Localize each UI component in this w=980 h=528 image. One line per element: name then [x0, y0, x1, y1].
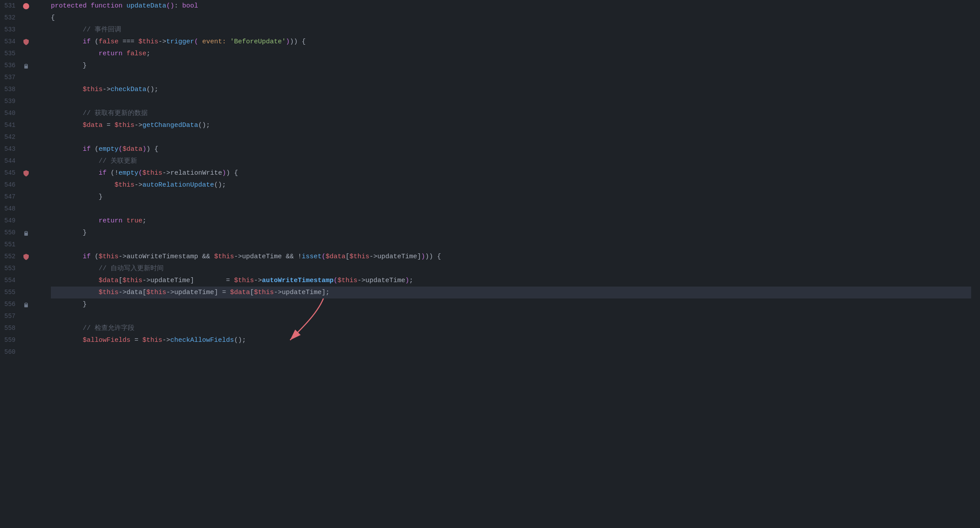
code-line	[51, 203, 971, 215]
editor-container: 5315325335345355365375385395405415425435…	[0, 0, 980, 528]
line-number: 534	[0, 36, 20, 48]
code-line: $this->autoRelationUpdate();	[51, 179, 971, 191]
code-line: if ($this->autoWriteTimestamp && $this->…	[51, 251, 971, 263]
gutter-row: 538	[0, 84, 41, 96]
code-line: $allowFields = $this->checkAllowFields()…	[51, 334, 971, 346]
gutter-row: 537	[0, 72, 41, 84]
gutter-row: 531	[0, 0, 41, 12]
gutter-row: 544	[0, 155, 41, 167]
code-line	[51, 310, 971, 322]
code-line: // 检查允许字段	[51, 322, 971, 334]
gutter-row: 542	[0, 131, 41, 143]
gutter-row: 533	[0, 24, 41, 36]
line-number: 536	[0, 60, 20, 72]
code-line: return false;	[51, 48, 971, 60]
gutter-row: 549	[0, 215, 41, 227]
code-line: }	[51, 298, 971, 310]
line-number: 544	[0, 155, 20, 167]
line-number: 555	[0, 287, 20, 298]
code-line	[51, 239, 971, 251]
gutter-row: 539	[0, 96, 41, 107]
line-number: 532	[0, 12, 20, 24]
gutter-row: 551	[0, 239, 41, 251]
breakpoint-area[interactable]	[20, 38, 32, 46]
code-area[interactable]: protected function updateData(): bool{ /…	[44, 0, 980, 528]
gutter-row: 535	[0, 48, 41, 60]
line-number: 547	[0, 191, 20, 203]
shield-icon[interactable]	[23, 170, 30, 177]
breakpoint-area[interactable]	[20, 253, 32, 260]
shield-icon[interactable]	[23, 38, 30, 46]
line-number: 559	[0, 334, 20, 346]
code-line: // 关联更新	[51, 155, 971, 167]
code-line: $this->data[$this->updateTime] = $data[$…	[51, 287, 971, 298]
breakpoint-dot[interactable]	[23, 3, 29, 9]
line-number: 558	[0, 322, 20, 334]
gutter-row: 556	[0, 298, 41, 310]
gutter-row: 554	[0, 275, 41, 287]
line-number: 538	[0, 84, 20, 96]
gutter-row: 541	[0, 119, 41, 131]
line-number: 539	[0, 96, 20, 107]
line-number: 541	[0, 119, 20, 131]
code-line: $this->checkData();	[51, 84, 971, 96]
line-number: 542	[0, 131, 20, 143]
lock-icon[interactable]	[23, 62, 30, 69]
code-line: // 自动写入更新时间	[51, 263, 971, 275]
gutter-row: 532	[0, 12, 41, 24]
lock-icon[interactable]	[23, 301, 30, 308]
shield-icon[interactable]	[23, 253, 30, 260]
gutter-row: 560	[0, 346, 41, 358]
svg-rect-2	[24, 304, 28, 307]
code-line: $data[$this->updateTime] = $this->autoWr…	[51, 275, 971, 287]
line-number: 540	[0, 107, 20, 119]
line-number: 548	[0, 203, 20, 215]
breakpoint-area[interactable]	[20, 301, 32, 308]
gutter-row: 559	[0, 334, 41, 346]
gutter-row: 558	[0, 322, 41, 334]
code-line	[51, 346, 971, 358]
code-line: if (empty($data)) {	[51, 143, 971, 155]
gutter-row: 547	[0, 191, 41, 203]
code-line: if (false === $this->trigger( event: 'Be…	[51, 36, 971, 48]
gutter-row: 550	[0, 227, 41, 239]
line-number: 537	[0, 72, 20, 84]
code-line	[51, 96, 971, 107]
svg-rect-1	[24, 233, 28, 236]
svg-rect-0	[24, 65, 28, 69]
code-line: // 事件回调	[51, 24, 971, 36]
line-number: 546	[0, 179, 20, 191]
code-line: }	[51, 227, 971, 239]
line-number: 560	[0, 346, 20, 358]
gutter-row: 543	[0, 143, 41, 155]
gutter-row: 536	[0, 60, 41, 72]
gutter-row: 552	[0, 251, 41, 263]
code-line: return true;	[51, 215, 971, 227]
code-line: }	[51, 60, 971, 72]
line-gutter: 5315325335345355365375385395405415425435…	[0, 0, 44, 528]
code-line: protected function updateData(): bool	[51, 0, 971, 12]
line-number: 551	[0, 239, 20, 251]
code-line: if (!empty($this->relationWrite)) {	[51, 167, 971, 179]
gutter-row: 534	[0, 36, 41, 48]
gutter-row: 540	[0, 107, 41, 119]
breakpoint-area[interactable]	[20, 170, 32, 177]
gutter-row: 555	[0, 287, 41, 298]
line-number: 552	[0, 251, 20, 263]
line-number: 557	[0, 310, 20, 322]
gutter-row: 557	[0, 310, 41, 322]
line-number: 550	[0, 227, 20, 239]
line-number: 545	[0, 167, 20, 179]
code-line: // 获取有更新的数据	[51, 107, 971, 119]
breakpoint-area[interactable]	[20, 3, 32, 9]
breakpoint-area[interactable]	[20, 230, 32, 237]
code-line: }	[51, 191, 971, 203]
code-line	[51, 72, 971, 84]
line-number: 553	[0, 263, 20, 275]
gutter-row: 553	[0, 263, 41, 275]
line-number: 535	[0, 48, 20, 60]
breakpoint-area[interactable]	[20, 62, 32, 69]
gutter-row: 546	[0, 179, 41, 191]
lock-icon[interactable]	[23, 230, 30, 237]
line-number: 554	[0, 275, 20, 287]
